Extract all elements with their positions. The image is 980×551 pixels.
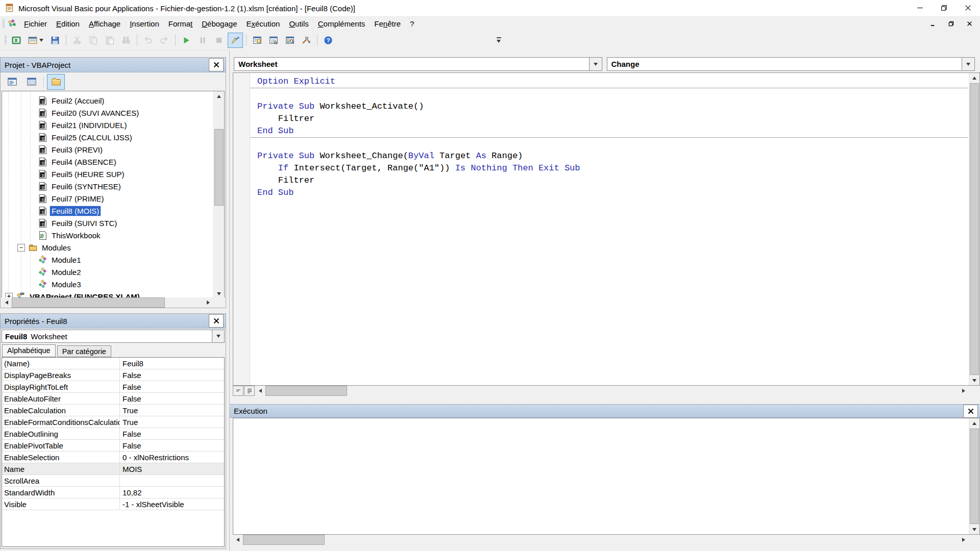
property-row-enableoutlining[interactable]: EnableOutliningFalse [2, 428, 224, 440]
project-tree-horizontal-scrollbar[interactable] [2, 297, 225, 308]
scroll-thumb[interactable] [970, 429, 979, 524]
scroll-thumb[interactable] [265, 386, 347, 396]
insert-userform-button[interactable] [25, 33, 46, 48]
menu-item-fenetre[interactable]: Fenêtre [370, 18, 405, 30]
design-mode-button[interactable] [228, 33, 243, 48]
run-button[interactable] [179, 33, 194, 48]
find-button[interactable] [118, 33, 134, 48]
cut-button[interactable] [69, 33, 85, 48]
tree-item-modules[interactable]: −Modules [2, 241, 224, 254]
code-horizontal-scrollbar[interactable] [233, 386, 980, 396]
mdi-minimize-button[interactable] [927, 19, 938, 28]
scroll-thumb[interactable] [12, 297, 165, 308]
code-line[interactable] [257, 88, 968, 101]
property-row-displayrighttoleft[interactable]: DisplayRightToLeftFalse [2, 381, 224, 393]
tree-item-feuil7-prime[interactable]: Feuil7 (PRIME) [2, 192, 224, 205]
tree-item-feuil21-individuel[interactable]: Feuil21 (INDIVIDUEL) [2, 119, 224, 131]
object-dropdown[interactable]: Worksheet [234, 57, 602, 71]
scroll-up-button[interactable] [214, 91, 224, 101]
immediate-vertical-scrollbar[interactable] [969, 418, 979, 534]
menu-item-format[interactable]: Format [164, 18, 198, 30]
paste-button[interactable] [102, 33, 117, 48]
tree-item-module1[interactable]: Module1 [2, 254, 224, 266]
scroll-right-button[interactable] [203, 297, 213, 308]
reset-button[interactable] [211, 33, 227, 48]
tree-item-feuil25-calcul-ijss[interactable]: Feuil25 (CALCUL IJSS) [2, 131, 224, 143]
property-row-scrollarea[interactable]: ScrollArea [2, 475, 224, 487]
property-row-enableautofilter[interactable]: EnableAutoFilterFalse [2, 393, 224, 405]
menu-item-insertion[interactable]: Insertion [125, 18, 164, 30]
toolbox-button[interactable] [299, 33, 314, 48]
restore-button[interactable] [932, 0, 956, 16]
window-splitter[interactable] [230, 397, 980, 404]
tree-item-feuil6-synthese[interactable]: Feuil6 (SYNTHESE) [2, 180, 224, 192]
mdi-close-button[interactable] [964, 19, 975, 28]
property-row-enableselection[interactable]: EnableSelection0 - xlNoRestrictions [2, 452, 224, 463]
help-button[interactable]: ? [321, 33, 336, 48]
scroll-up-button[interactable] [969, 418, 979, 428]
code-line[interactable]: Filtrer [257, 113, 968, 125]
menu-item-edition[interactable]: Edition [52, 18, 84, 30]
immediate-window[interactable] [233, 418, 980, 535]
scroll-down-button[interactable] [969, 375, 979, 385]
break-button[interactable] [195, 33, 210, 48]
undo-button[interactable] [140, 33, 156, 48]
scroll-thumb[interactable] [243, 535, 325, 545]
minimize-button[interactable] [908, 0, 932, 16]
project-tree-vertical-scrollbar[interactable] [213, 91, 224, 298]
menu-item-execution[interactable]: Exécution [242, 18, 285, 30]
view-code-button[interactable] [3, 74, 21, 90]
code-line[interactable]: Private Sub Worksheet_Change(ByVal Targe… [257, 150, 968, 162]
tree-item-feuil8-mois[interactable]: Feuil8 (MOIS) [2, 205, 224, 217]
property-row-standardwidth[interactable]: StandardWidth10,82 [2, 487, 224, 498]
chevron-down-icon[interactable] [962, 58, 974, 70]
view-object-button[interactable] [22, 74, 40, 90]
scroll-track[interactable] [165, 297, 203, 308]
object-selector-dropdown[interactable]: Feuil8 Worksheet [2, 330, 225, 343]
scroll-down-button[interactable] [969, 524, 979, 534]
chevron-down-icon[interactable] [589, 58, 602, 70]
scroll-thumb[interactable] [970, 83, 979, 375]
tree-item-feuil20-suvi-avances[interactable]: Feuil20 (SUVI AVANCES) [2, 107, 224, 119]
property-row-visible[interactable]: Visible-1 - xlSheetVisible [2, 498, 224, 510]
menu-item-affichage[interactable]: Affichage [84, 18, 125, 30]
property-row-name[interactable]: NameMOIS [2, 463, 224, 475]
redo-button[interactable] [157, 33, 172, 48]
properties-panel-close-button[interactable] [209, 314, 224, 328]
scroll-left-button[interactable] [255, 386, 265, 396]
menu-item-complements[interactable]: Compléments [313, 18, 370, 30]
tab-par-categorie[interactable]: Par catégorie [57, 345, 111, 357]
tree-item-module3[interactable]: Module3 [2, 278, 224, 290]
code-editor[interactable]: Option ExplicitPrivate Sub Worksheet_Act… [233, 72, 980, 386]
code-line[interactable]: End Sub [257, 125, 968, 137]
scroll-up-button[interactable] [969, 73, 979, 83]
tree-item-module2[interactable]: Module2 [2, 266, 224, 278]
procedure-view-button[interactable] [233, 386, 243, 396]
tree-item-feuil9-suivi-stc[interactable]: Feuil9 (SUIVI STC) [2, 217, 224, 229]
procedure-dropdown[interactable]: Change [607, 57, 975, 71]
code-text[interactable]: Option ExplicitPrivate Sub Worksheet_Act… [250, 76, 968, 385]
toolbar-options-button[interactable] [494, 32, 503, 47]
properties-window-button[interactable] [266, 33, 281, 48]
tree-item-thisworkbook[interactable]: ThisWorkbook [2, 229, 224, 241]
toggle-folders-button[interactable] [47, 74, 65, 90]
close-button[interactable] [956, 0, 980, 16]
save-button[interactable] [47, 33, 63, 48]
tree-item-feuil3-previ[interactable]: Feuil3 (PREVI) [2, 143, 224, 156]
project-panel-close-button[interactable] [209, 58, 224, 71]
property-row-enablepivottable[interactable]: EnablePivotTableFalse [2, 440, 224, 452]
property-row-displaypagebreaks[interactable]: DisplayPageBreaksFalse [2, 369, 224, 381]
code-vertical-scrollbar[interactable] [969, 73, 979, 385]
code-line[interactable]: Option Explicit [257, 76, 968, 88]
code-line[interactable]: End Sub [257, 187, 968, 199]
object-browser-button[interactable] [282, 33, 298, 48]
breakpoint-margin[interactable] [233, 73, 250, 385]
immediate-horizontal-scrollbar[interactable] [233, 535, 980, 545]
menubar-grip[interactable] [3, 19, 5, 28]
code-line[interactable]: If Intersect(Target, Range("A1")) Is Not… [257, 162, 968, 174]
tab-alphabetique[interactable]: Alphabétique [2, 344, 56, 357]
code-line[interactable]: Filtrer [257, 174, 968, 187]
chevron-down-icon[interactable] [212, 330, 224, 342]
tree-item-feuil2-accueil[interactable]: Feuil2 (Accueil) [2, 94, 224, 107]
scroll-right-button[interactable] [959, 386, 969, 396]
